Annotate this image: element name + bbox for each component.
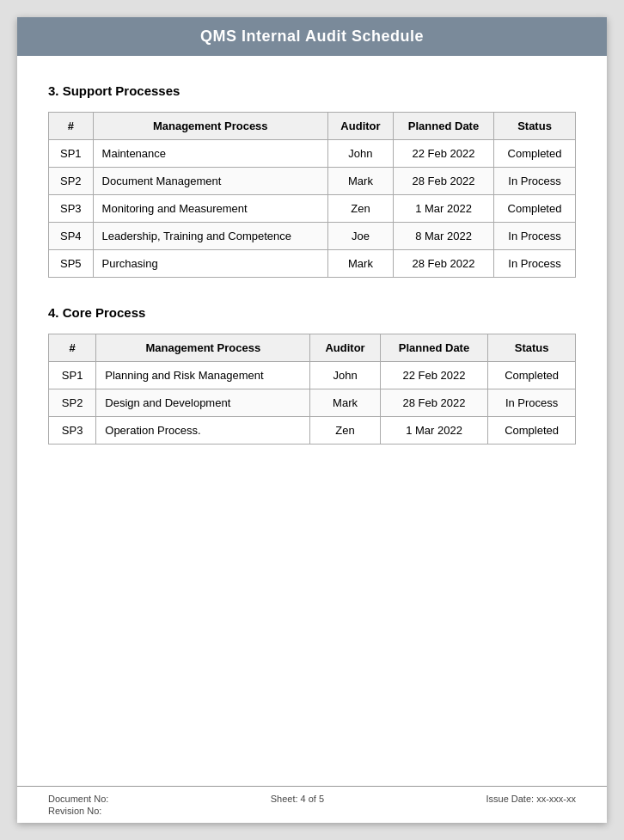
revision-no-label: Revision No: [48, 806, 108, 816]
row-process: Document Management [93, 168, 327, 195]
row-status: Completed [488, 362, 576, 389]
section4-title: 4. Core Process [48, 305, 576, 320]
row-process: Maintenance [93, 140, 327, 168]
row-process: Design and Development [96, 389, 310, 417]
row-date: 8 Mar 2022 [394, 223, 494, 250]
row-num: SP2 [49, 168, 94, 195]
col-header-process: Management Process [93, 113, 327, 140]
row-date: 1 Mar 2022 [394, 195, 494, 223]
table-row: SP4 Leadership, Training and Competence … [49, 223, 576, 250]
row-status: In Process [494, 223, 576, 250]
table-row: SP3 Monitoring and Measurement Zen 1 Mar… [49, 195, 576, 223]
col-header-process: Management Process [96, 334, 310, 362]
issue-date-label: Issue Date: xx-xxx-xx [486, 794, 576, 804]
row-date: 1 Mar 2022 [380, 417, 487, 445]
row-status: In Process [494, 250, 576, 278]
footer-center: Sheet: 4 of 5 [271, 794, 324, 804]
section3-title: 3. Support Processes [48, 83, 576, 98]
row-process: Operation Process. [96, 417, 310, 445]
row-date: 28 Feb 2022 [394, 168, 494, 195]
sheet-label: Sheet: 4 of 5 [271, 794, 324, 804]
row-date: 22 Feb 2022 [394, 140, 494, 168]
row-num: SP1 [49, 140, 94, 168]
row-auditor: Mark [327, 250, 393, 278]
col-header-date: Planned Date [380, 334, 487, 362]
row-num: SP3 [49, 417, 96, 445]
row-num: SP4 [49, 223, 94, 250]
row-date: 22 Feb 2022 [380, 362, 487, 389]
table-row: SP1 Planning and Risk Management John 22… [49, 362, 576, 389]
footer-left: Document No: Revision No: [48, 794, 108, 816]
page-title: QMS Internal Audit Schedule [200, 28, 424, 45]
row-auditor: Zen [327, 195, 393, 223]
row-status: Completed [488, 417, 576, 445]
page-header: QMS Internal Audit Schedule [17, 17, 607, 56]
col-header-status: Status [488, 334, 576, 362]
row-date: 28 Feb 2022 [380, 389, 487, 417]
row-auditor: Zen [310, 417, 381, 445]
row-auditor: Mark [327, 168, 393, 195]
row-num: SP5 [49, 250, 94, 278]
page-content: 3. Support Processes # Management Proces… [17, 56, 607, 786]
col-header-date: Planned Date [394, 113, 494, 140]
col-header-num: # [49, 113, 94, 140]
row-status: In Process [494, 168, 576, 195]
row-date: 28 Feb 2022 [394, 250, 494, 278]
row-status: In Process [488, 389, 576, 417]
page-footer: Document No: Revision No: Sheet: 4 of 5 … [17, 786, 607, 823]
row-auditor: John [327, 140, 393, 168]
col-header-status: Status [494, 113, 576, 140]
section4-table: # Management Process Auditor Planned Dat… [48, 334, 576, 445]
row-process: Leadership, Training and Competence [93, 223, 327, 250]
row-process: Planning and Risk Management [96, 362, 310, 389]
row-process: Purchasing [93, 250, 327, 278]
col-header-auditor: Auditor [327, 113, 393, 140]
table-row: SP2 Document Management Mark 28 Feb 2022… [49, 168, 576, 195]
document-no-label: Document No: [48, 794, 108, 804]
row-num: SP3 [49, 195, 94, 223]
row-process: Monitoring and Measurement [93, 195, 327, 223]
row-auditor: Mark [310, 389, 381, 417]
table-row: SP5 Purchasing Mark 28 Feb 2022 In Proce… [49, 250, 576, 278]
page: QMS Internal Audit Schedule 3. Support P… [17, 17, 607, 823]
footer-right: Issue Date: xx-xxx-xx [486, 794, 576, 804]
row-num: SP1 [49, 362, 96, 389]
row-auditor: Joe [327, 223, 393, 250]
section3-table: # Management Process Auditor Planned Dat… [48, 112, 576, 278]
table-row: SP2 Design and Development Mark 28 Feb 2… [49, 389, 576, 417]
col-header-num: # [49, 334, 96, 362]
table-row: SP3 Operation Process. Zen 1 Mar 2022 Co… [49, 417, 576, 445]
row-num: SP2 [49, 389, 96, 417]
row-auditor: John [310, 362, 381, 389]
row-status: Completed [494, 195, 576, 223]
row-status: Completed [494, 140, 576, 168]
col-header-auditor: Auditor [310, 334, 381, 362]
table-row: SP1 Maintenance John 22 Feb 2022 Complet… [49, 140, 576, 168]
